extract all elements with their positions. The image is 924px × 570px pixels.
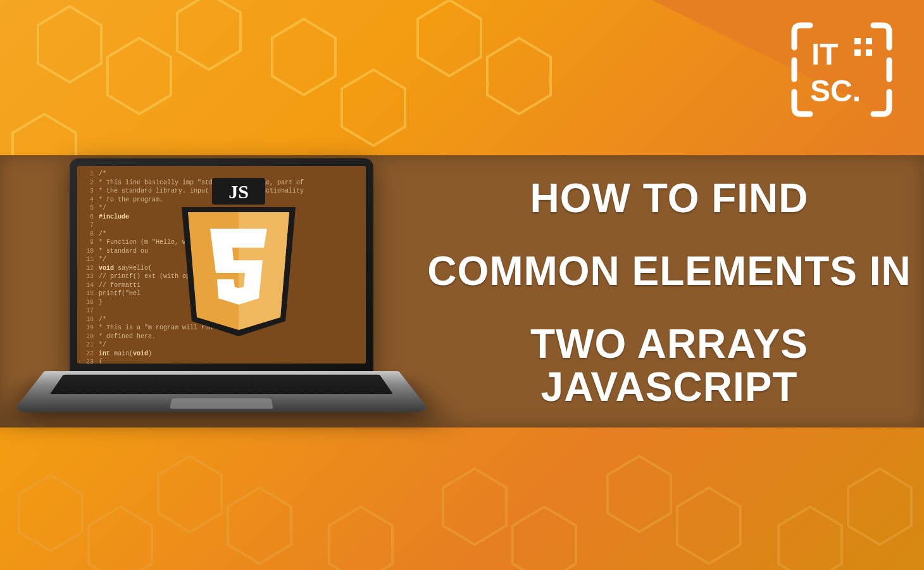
title-line-3: TWO ARRAYS JAVASCRIPT (418, 323, 921, 408)
svg-rect-25 (866, 49, 872, 56)
svg-text:IT: IT (811, 37, 839, 71)
svg-marker-15 (513, 507, 576, 570)
laptop-keyboard (50, 375, 393, 395)
svg-marker-6 (342, 70, 405, 146)
title-line-1: HOW TO FIND (418, 177, 921, 220)
svg-marker-18 (778, 507, 842, 570)
laptop-base (44, 371, 399, 460)
svg-marker-19 (848, 469, 911, 545)
itsc-logo: IT SC. (791, 19, 892, 120)
code-line: 23{ (81, 358, 362, 364)
svg-marker-13 (329, 507, 392, 570)
code-line: 1/* (81, 170, 362, 179)
svg-marker-1 (108, 38, 171, 114)
svg-marker-5 (272, 19, 335, 95)
svg-marker-8 (487, 38, 551, 114)
svg-marker-14 (443, 469, 506, 545)
svg-rect-24 (854, 49, 861, 56)
title-line-2: COMMON ELEMENTS IN (418, 250, 921, 293)
svg-marker-12 (228, 488, 291, 564)
svg-marker-16 (608, 456, 671, 532)
svg-marker-10 (89, 507, 152, 570)
laptop-illustration: 1/*2 * This line basically imp "stdio" h… (44, 158, 399, 475)
laptop-trackpad (170, 398, 273, 408)
svg-marker-9 (19, 475, 82, 551)
js-badge: JS (175, 178, 302, 343)
svg-marker-31 (210, 229, 267, 305)
svg-marker-0 (38, 6, 101, 82)
svg-text:SC.: SC. (810, 74, 861, 108)
title-block: HOW TO FIND COMMON ELEMENTS IN TWO ARRAY… (418, 177, 921, 408)
code-line: 22int main(void) (81, 350, 362, 358)
laptop-screen-frame: 1/*2 * This line basically imp "stdio" h… (70, 158, 373, 374)
svg-text:JS: JS (228, 181, 249, 202)
laptop-screen: 1/*2 * This line basically imp "stdio" h… (77, 166, 366, 364)
svg-marker-2 (177, 0, 240, 70)
svg-rect-22 (854, 38, 861, 44)
svg-marker-7 (418, 0, 481, 76)
svg-marker-17 (677, 488, 740, 564)
svg-rect-23 (866, 38, 872, 44)
